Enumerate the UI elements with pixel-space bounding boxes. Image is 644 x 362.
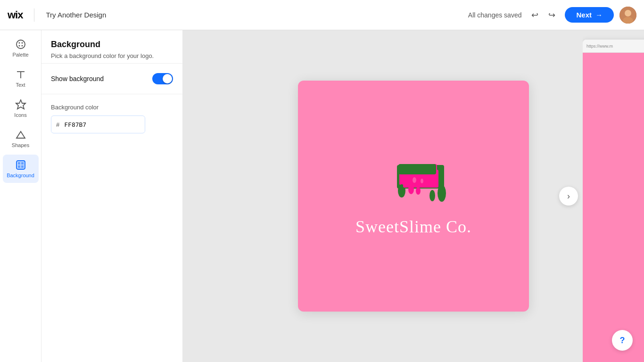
help-button[interactable]: ? bbox=[612, 330, 633, 351]
canvas-area: SweetSlime Co. https://www.m › ? bbox=[183, 30, 644, 362]
next-button[interactable]: Next → bbox=[565, 7, 614, 23]
sidebar-item-text[interactable]: Text bbox=[3, 64, 39, 92]
toggle-knob bbox=[163, 74, 172, 83]
panel-title: Background bbox=[51, 40, 173, 49]
right-preview-area: https://www.m bbox=[583, 30, 644, 362]
show-background-row: Show background bbox=[51, 73, 173, 84]
logo-preview-card: SweetSlime Co. bbox=[298, 81, 529, 312]
sidebar-item-shapes[interactable]: Shapes bbox=[3, 124, 39, 153]
shapes-label: Shapes bbox=[12, 142, 29, 148]
svg-rect-11 bbox=[17, 161, 25, 169]
slime-graphic bbox=[371, 156, 456, 217]
background-label: Background bbox=[7, 173, 34, 178]
shapes-icon bbox=[15, 129, 26, 140]
show-background-toggle[interactable] bbox=[152, 73, 173, 84]
text-label: Text bbox=[16, 82, 25, 88]
svg-point-24 bbox=[416, 187, 421, 195]
user-avatar[interactable] bbox=[619, 7, 636, 24]
next-label: Next bbox=[576, 11, 592, 19]
text-icon bbox=[15, 69, 26, 80]
svg-point-4 bbox=[18, 42, 20, 44]
show-background-section: Show background bbox=[41, 64, 182, 94]
panel-header: Background Pick a background color for y… bbox=[41, 30, 182, 64]
sidebar-item-background[interactable]: Background bbox=[3, 155, 39, 183]
browser-address-bar: https://www.m bbox=[583, 40, 644, 53]
wix-logo: wix bbox=[8, 9, 23, 21]
svg-point-26 bbox=[421, 179, 423, 183]
palette-label: Palette bbox=[12, 52, 28, 58]
browser-mockup: https://www.m bbox=[583, 40, 644, 362]
icon-sidebar: Palette Text Icons bbox=[0, 30, 41, 362]
icons-label: Icons bbox=[14, 112, 26, 118]
svg-marker-10 bbox=[16, 100, 25, 109]
panel-subtitle: Pick a background color for your logo. bbox=[51, 52, 173, 59]
svg-rect-13 bbox=[18, 162, 20, 165]
next-preview-button[interactable]: › bbox=[559, 187, 578, 206]
svg-point-25 bbox=[413, 177, 416, 183]
hash-symbol: # bbox=[51, 117, 62, 132]
color-input-row: # bbox=[51, 115, 145, 133]
save-status: All changes saved bbox=[468, 11, 522, 19]
undo-redo-controls: ↩ ↪ bbox=[527, 8, 559, 23]
app-header: wix Try Another Design All changes saved… bbox=[0, 0, 644, 30]
svg-rect-15 bbox=[18, 165, 20, 168]
next-arrow-icon: → bbox=[595, 11, 603, 19]
svg-point-21 bbox=[429, 190, 435, 201]
bg-color-label: Background color bbox=[51, 104, 173, 111]
company-name: SweetSlime Co. bbox=[355, 217, 471, 237]
redo-button[interactable]: ↪ bbox=[544, 8, 559, 23]
palette-icon bbox=[15, 39, 26, 50]
chevron-right-icon: › bbox=[567, 191, 570, 201]
star-icon bbox=[15, 99, 26, 110]
background-panel: Background Pick a background color for y… bbox=[41, 30, 183, 362]
svg-point-7 bbox=[21, 45, 23, 47]
color-hex-input[interactable] bbox=[62, 117, 145, 132]
svg-point-23 bbox=[408, 185, 414, 194]
svg-rect-27 bbox=[398, 164, 436, 174]
header-divider bbox=[34, 8, 34, 22]
show-background-label: Show background bbox=[51, 75, 104, 82]
header-right: All changes saved ↩ ↪ Next → bbox=[468, 7, 636, 24]
svg-point-3 bbox=[17, 40, 25, 49]
background-color-section: Background color # bbox=[41, 94, 182, 143]
help-icon: ? bbox=[620, 336, 625, 346]
svg-rect-16 bbox=[21, 165, 24, 168]
browser-url: https://www.m bbox=[586, 44, 613, 49]
browser-content bbox=[583, 53, 644, 362]
svg-point-6 bbox=[18, 45, 20, 47]
try-another-design-link[interactable]: Try Another Design bbox=[46, 11, 106, 19]
svg-point-5 bbox=[21, 42, 23, 44]
svg-point-20 bbox=[438, 185, 446, 202]
sidebar-item-icons[interactable]: Icons bbox=[3, 94, 39, 123]
logo-area: wix Try Another Design bbox=[8, 8, 106, 22]
sidebar-item-palette[interactable]: Palette bbox=[3, 34, 39, 62]
background-icon bbox=[15, 159, 26, 171]
svg-rect-14 bbox=[21, 162, 24, 165]
svg-point-1 bbox=[625, 10, 631, 16]
main-content: Palette Text Icons bbox=[0, 30, 644, 362]
undo-button[interactable]: ↩ bbox=[527, 8, 542, 23]
